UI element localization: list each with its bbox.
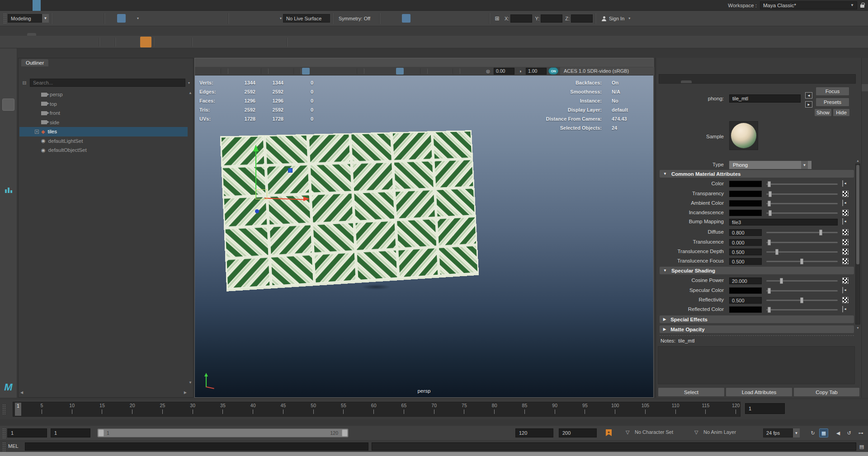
current-frame-marker[interactable]: 1 bbox=[15, 403, 21, 416]
transfer-attributes-icon[interactable] bbox=[823, 37, 834, 47]
motion-blur-icon[interactable] bbox=[436, 68, 444, 75]
poly-plane-icon[interactable] bbox=[75, 37, 86, 47]
workspace-home-icon[interactable] bbox=[826, 14, 835, 23]
field-chart-icon[interactable] bbox=[333, 68, 340, 75]
two-pane-layout-icon[interactable] bbox=[3, 210, 14, 219]
combine-icon[interactable] bbox=[206, 37, 217, 47]
drag-grip[interactable] bbox=[3, 13, 6, 24]
open-scene-icon[interactable] bbox=[64, 14, 73, 23]
scroll-up-icon[interactable]: ▲ bbox=[855, 158, 860, 163]
menu-vray[interactable] bbox=[138, 0, 146, 11]
joints-xray-icon[interactable] bbox=[469, 68, 476, 75]
stereo-camera-icon[interactable] bbox=[204, 68, 212, 75]
bump-mapping-field[interactable]: file3 bbox=[729, 219, 838, 226]
material-sample-swatch[interactable] bbox=[729, 121, 758, 150]
chevron-down-icon[interactable]: ▽ bbox=[626, 429, 629, 435]
step-back-key-button[interactable] bbox=[806, 402, 816, 415]
paint-select-tool-icon[interactable] bbox=[2, 84, 14, 96]
gate-mask-icon[interactable] bbox=[325, 68, 333, 75]
outliner-item-persp[interactable]: + ◉ ◆ persp bbox=[19, 90, 188, 99]
sweep-mesh-icon[interactable] bbox=[102, 37, 113, 47]
erase-target-icon[interactable] bbox=[845, 37, 857, 47]
input-operations-icon[interactable] bbox=[231, 14, 240, 23]
menu-create[interactable] bbox=[16, 0, 24, 11]
special-effects-section[interactable]: ▶ Special Effects bbox=[660, 315, 854, 323]
search-input[interactable] bbox=[30, 79, 185, 87]
command-language-label[interactable]: MEL bbox=[8, 443, 19, 449]
bulge-mesh-icon[interactable] bbox=[811, 37, 823, 47]
menu-arnold[interactable] bbox=[146, 0, 155, 11]
drag-grip[interactable] bbox=[2, 404, 5, 415]
ae-tab-tile9[interactable] bbox=[659, 80, 670, 83]
snap-point-icon[interactable] bbox=[160, 14, 168, 23]
input-connection-icon[interactable] bbox=[842, 287, 843, 293]
snap-grid-icon[interactable] bbox=[141, 14, 149, 23]
attr-slider[interactable] bbox=[766, 232, 838, 233]
bookmark-icon[interactable] bbox=[252, 68, 260, 75]
chevron-down-icon[interactable]: ▽ bbox=[694, 429, 698, 435]
menu-generate[interactable] bbox=[122, 0, 130, 11]
ae-tab-tile_mtl[interactable] bbox=[681, 80, 692, 83]
renderer-select-icon[interactable] bbox=[197, 68, 204, 75]
render-settings-icon[interactable] bbox=[440, 14, 448, 23]
snap-curve-icon[interactable] bbox=[150, 14, 159, 23]
filter-icon[interactable]: ⊟ bbox=[20, 79, 28, 87]
menu-mesh-tools[interactable] bbox=[73, 0, 81, 11]
image-plane-icon[interactable] bbox=[269, 68, 277, 75]
map-texture-icon[interactable] bbox=[842, 191, 849, 197]
select-object-icon[interactable] bbox=[117, 14, 126, 23]
menu-mesh-display[interactable] bbox=[81, 0, 90, 11]
four-view-icon[interactable]: ⊞ bbox=[493, 14, 501, 23]
chevron-down-icon[interactable]: ▼ bbox=[42, 14, 49, 23]
menu-file[interactable] bbox=[0, 0, 8, 11]
map-texture-icon[interactable] bbox=[842, 297, 849, 303]
live-surface-field[interactable]: No Live Surface bbox=[283, 14, 330, 23]
lock-icon[interactable] bbox=[860, 5, 864, 8]
outliner-item-tiles[interactable]: + ◉ ◆ tiles bbox=[19, 127, 188, 136]
colorspace-label[interactable]: ACES 1.0 SDR-video (sRGB) bbox=[560, 67, 654, 75]
y-input[interactable] bbox=[541, 14, 562, 23]
render-current-frame-icon[interactable] bbox=[421, 14, 429, 23]
menu-windows[interactable] bbox=[49, 0, 57, 11]
highlight-selection-icon[interactable] bbox=[217, 14, 225, 23]
select-tool-icon[interactable] bbox=[2, 54, 14, 66]
smear-mesh-icon[interactable] bbox=[800, 37, 811, 47]
four-pane-layout-icon[interactable] bbox=[3, 221, 14, 230]
move-manipulator-x-arrow[interactable] bbox=[303, 197, 310, 201]
select-button[interactable]: Select bbox=[658, 387, 725, 397]
grab-mesh-icon[interactable] bbox=[778, 37, 789, 47]
frame-all-icon[interactable] bbox=[383, 14, 392, 23]
poly-sphere-icon[interactable] bbox=[18, 37, 29, 47]
common-material-attributes-section[interactable]: ▼ Common Material Attributes bbox=[660, 170, 854, 178]
move-manipulator-y-arrow[interactable] bbox=[253, 145, 259, 151]
select-component-icon[interactable] bbox=[127, 14, 135, 23]
chevron-down-icon[interactable]: ▾ bbox=[280, 16, 282, 20]
map-texture-icon[interactable] bbox=[842, 277, 849, 284]
menu-display[interactable] bbox=[41, 0, 49, 11]
reduce-icon[interactable] bbox=[240, 37, 251, 47]
bend-deformer-icon[interactable] bbox=[156, 37, 167, 47]
animation-preferences-icon[interactable]: ⊶ bbox=[856, 428, 865, 437]
focus-button[interactable]: Focus bbox=[816, 87, 849, 96]
color-swatch[interactable] bbox=[729, 181, 762, 187]
move-manipulator-plane-handle[interactable] bbox=[255, 189, 267, 199]
color-swatch[interactable] bbox=[729, 306, 762, 313]
viewport-canvas[interactable]: Verts:134413440 Edges:259225920 Faces:12… bbox=[195, 75, 653, 397]
map-texture-icon[interactable] bbox=[842, 249, 849, 255]
play-backwards-button[interactable] bbox=[816, 402, 826, 415]
safe-title-icon[interactable] bbox=[348, 68, 356, 75]
attr-slider[interactable] bbox=[766, 290, 838, 291]
gamma-field[interactable]: 1.00 bbox=[526, 68, 547, 75]
menu-uv[interactable] bbox=[114, 0, 122, 11]
snowflake-icon[interactable] bbox=[179, 37, 190, 47]
playback-loop-icon[interactable]: ↻ bbox=[808, 428, 817, 437]
animation-start-field[interactable]: 1 bbox=[7, 428, 47, 437]
menu-surfaces[interactable] bbox=[98, 0, 106, 11]
multi-cut-icon[interactable] bbox=[289, 37, 301, 47]
chevron-down-icon[interactable]: ▾ bbox=[137, 16, 139, 20]
isolate-select-icon[interactable] bbox=[444, 68, 452, 75]
symmetry-field[interactable]: Symmetry: Off bbox=[335, 14, 377, 23]
character-set-dropdown[interactable]: No Character Set bbox=[635, 429, 673, 435]
textured-icon[interactable] bbox=[381, 68, 388, 75]
pinch-mesh-icon[interactable] bbox=[789, 37, 800, 47]
